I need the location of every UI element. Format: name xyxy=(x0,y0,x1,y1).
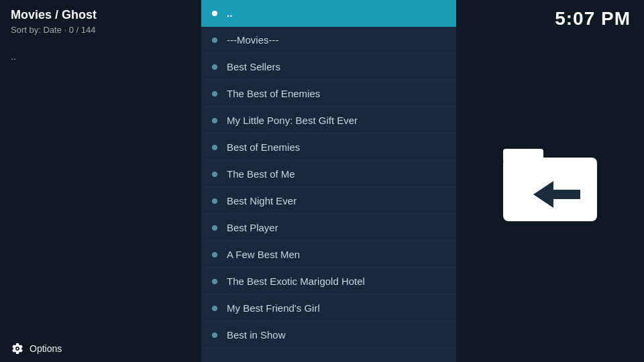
clock: 5:07 PM xyxy=(555,8,631,29)
sidebar-parent-link: .. xyxy=(11,51,191,62)
list-item-dot xyxy=(212,172,217,177)
list-item-dot xyxy=(212,38,217,43)
list-item-label: Best Night Ever xyxy=(227,195,297,206)
list-item-label: Best in Show xyxy=(227,329,286,341)
sidebar: Movies / Ghost Sort by: Date · 0 / 144 .… xyxy=(0,0,201,362)
list-item-label: The Best of Me xyxy=(227,168,295,180)
sort-info: Sort by: Date · 0 / 144 xyxy=(11,25,191,35)
list-item-label: Best Sellers xyxy=(227,61,280,72)
list-item-label: Best of Enemies xyxy=(227,141,300,153)
list-item-dot xyxy=(212,252,217,257)
list-item-label: A Few Best Men xyxy=(227,249,300,260)
list-item-the-best-exotic-marigold-hotel[interactable]: The Best Exotic Marigold Hotel xyxy=(201,268,456,295)
list-item-the-best-of-me[interactable]: The Best of Me xyxy=(201,161,456,188)
list-item-movies-header[interactable]: ---Movies--- xyxy=(201,27,456,54)
breadcrumb-title: Movies / Ghost xyxy=(11,8,191,22)
list-item-label: The Best of Enemies xyxy=(227,88,320,99)
list-item-best-in-show[interactable]: Best in Show xyxy=(201,322,456,349)
list-item-best-of-enemies[interactable]: Best of Enemies xyxy=(201,134,456,161)
list-item-label: Best Player xyxy=(227,222,278,233)
options-label: Options xyxy=(30,343,62,354)
list-item-label: My Best Friend's Girl xyxy=(227,302,320,314)
svg-rect-4 xyxy=(503,149,543,162)
list-item-label: The Best Exotic Marigold Hotel xyxy=(227,276,365,287)
list-item-dot xyxy=(212,145,217,150)
list-item-dot xyxy=(212,11,217,16)
list-item-dot xyxy=(212,225,217,231)
list-item-dot xyxy=(212,306,217,311)
list-item-dot xyxy=(212,198,217,204)
list-item-best-night-ever[interactable]: Best Night Ever xyxy=(201,188,456,215)
options-icon xyxy=(11,342,24,355)
list-item-dot xyxy=(212,91,217,97)
list-item-best-sellers[interactable]: Best Sellers xyxy=(201,54,456,80)
list-item-dot xyxy=(212,279,217,284)
svg-rect-6 xyxy=(553,190,580,199)
list-item-parent-nav[interactable]: .. xyxy=(201,0,456,27)
list-item-label: ---Movies--- xyxy=(227,34,278,46)
folder-icon-container xyxy=(496,134,604,228)
svg-point-1 xyxy=(17,348,19,350)
list-item-dot xyxy=(212,64,217,70)
list-item-my-best-friends-girl[interactable]: My Best Friend's Girl xyxy=(201,295,456,322)
options-bar[interactable]: Options xyxy=(0,335,201,362)
list-item-the-best-of-enemies[interactable]: The Best of Enemies xyxy=(201,80,456,107)
folder-back-icon xyxy=(496,134,604,228)
main-list-panel[interactable]: ..---Movies---Best SellersThe Best of En… xyxy=(201,0,456,362)
list-item-dot xyxy=(212,333,217,338)
right-panel xyxy=(456,0,644,362)
list-item-dot xyxy=(212,118,217,123)
list-item-a-few-best-men[interactable]: A Few Best Men xyxy=(201,241,456,268)
list-item-label: .. xyxy=(227,7,232,19)
list-item-my-little-pony[interactable]: My Little Pony: Best Gift Ever xyxy=(201,107,456,134)
list-item-best-player[interactable]: Best Player xyxy=(201,215,456,241)
list-item-label: My Little Pony: Best Gift Ever xyxy=(227,115,358,126)
